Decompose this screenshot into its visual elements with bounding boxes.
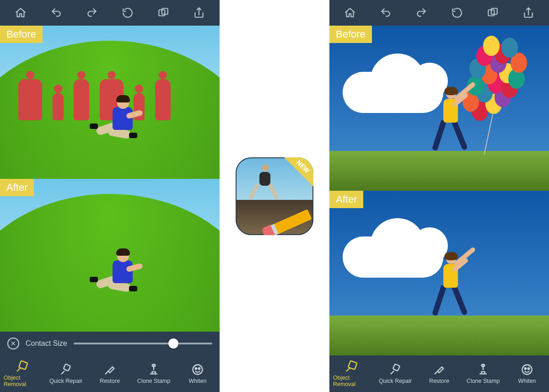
after-panel: After: [0, 179, 220, 332]
tool-object-removal[interactable]: Object Removal: [4, 360, 40, 387]
svg-point-6: [195, 368, 197, 370]
image-canvas: Before After: [329, 26, 549, 355]
before-badge: Before: [329, 26, 372, 43]
phone-right: Before After: [329, 0, 549, 392]
tool-object-removal[interactable]: Object Removal: [333, 360, 370, 387]
refresh-icon[interactable]: [119, 4, 136, 21]
jumper-figure: [249, 167, 281, 204]
brush-size-bar: ✕ Contact Size: [0, 332, 220, 355]
bottom-toolrow: Object Removal Quick Repair Restore Clon…: [0, 355, 220, 392]
svg-point-15: [528, 368, 530, 370]
tool-label: Quick Repair: [49, 378, 82, 384]
tool-whiten[interactable]: Whiten: [179, 363, 216, 384]
svg-rect-2: [19, 361, 27, 370]
tool-label: Quick Repair: [379, 378, 412, 384]
boy-subject: [99, 96, 149, 151]
eraser-pencil-icon: [262, 209, 312, 235]
cloud: [343, 72, 443, 113]
tool-label: Clone Stamp: [137, 378, 170, 384]
balloon: [501, 38, 518, 58]
tool-label: Whiten: [518, 378, 536, 384]
svg-point-14: [525, 368, 527, 370]
before-panel: Before: [329, 26, 549, 191]
app-icon: NEW: [236, 157, 313, 235]
top-toolbar: [329, 0, 549, 26]
home-icon[interactable]: [341, 4, 359, 21]
svg-rect-10: [348, 361, 357, 370]
svg-point-7: [199, 368, 200, 370]
tool-restore[interactable]: Restore: [92, 363, 128, 384]
refresh-icon[interactable]: [448, 4, 466, 21]
marked-silhouettes: [13, 44, 176, 120]
share-icon[interactable]: [190, 4, 208, 21]
boy-subject: [99, 249, 149, 304]
woman-subject: [431, 81, 472, 167]
cloud: [343, 236, 443, 278]
slider-thumb[interactable]: [168, 338, 178, 349]
tool-quick-repair[interactable]: Quick Repair: [48, 363, 84, 384]
share-icon[interactable]: [520, 4, 537, 21]
after-panel: After: [329, 191, 549, 356]
balloon: [483, 36, 500, 56]
svg-point-13: [522, 365, 532, 375]
tool-label: Whiten: [189, 378, 207, 384]
image-canvas: Before After: [0, 26, 220, 332]
redo-icon[interactable]: [83, 4, 101, 21]
slider-label: Contact Size: [26, 339, 67, 348]
undo-icon[interactable]: [48, 4, 65, 21]
tool-label: Restore: [100, 378, 120, 384]
before-panel: Before: [0, 26, 220, 179]
tool-quick-repair[interactable]: Quick Repair: [377, 363, 414, 384]
woman-subject: [431, 246, 472, 333]
tool-restore[interactable]: Restore: [421, 363, 458, 384]
tool-whiten[interactable]: Whiten: [509, 363, 545, 384]
compare-icon[interactable]: [484, 4, 501, 21]
home-icon[interactable]: [12, 4, 29, 21]
undo-icon[interactable]: [377, 4, 394, 21]
svg-rect-11: [393, 364, 400, 371]
tool-clone-stamp[interactable]: Clone Stamp: [135, 363, 172, 384]
tool-label: Restore: [429, 378, 449, 384]
tool-clone-stamp[interactable]: Clone Stamp: [465, 363, 501, 384]
tool-label: Object Removal: [4, 375, 40, 387]
before-badge: Before: [0, 26, 43, 43]
phone-left: Before After: [0, 0, 220, 392]
svg-point-5: [193, 365, 203, 375]
svg-rect-3: [64, 364, 71, 371]
after-badge: After: [329, 191, 363, 208]
after-badge: After: [0, 179, 34, 196]
redo-icon[interactable]: [413, 4, 430, 21]
size-slider[interactable]: [74, 343, 212, 344]
top-toolbar: [0, 0, 220, 26]
close-slider-button[interactable]: ✕: [7, 338, 19, 349]
screenshot-stage: Before After: [0, 0, 549, 392]
compare-icon[interactable]: [155, 4, 172, 21]
tool-label: Clone Stamp: [467, 378, 500, 384]
bottom-toolrow: Object Removal Quick Repair Restore Clon…: [329, 355, 549, 392]
tool-label: Object Removal: [333, 375, 370, 387]
